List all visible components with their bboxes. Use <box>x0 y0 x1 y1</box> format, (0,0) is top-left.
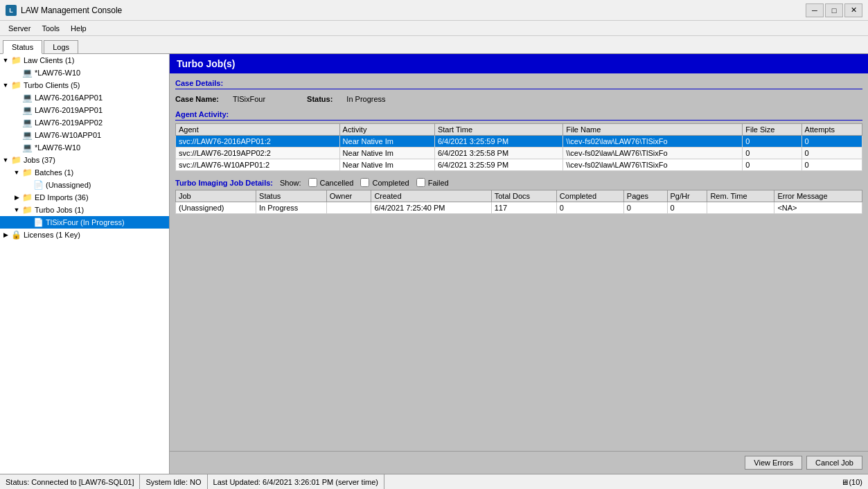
header-title: Turbo Job(s) <box>177 58 236 69</box>
view-errors-button[interactable]: View Errors <box>745 456 802 470</box>
agent-col-attempts: Attempts <box>801 124 862 136</box>
case-details-title: Case Details: <box>175 79 862 89</box>
tab-status[interactable]: Status <box>3 40 42 54</box>
tree-item-law76-w10-2[interactable]: 💻 *LAW76-W10 <box>0 141 169 154</box>
expand-icon-jobs[interactable]: ▼ <box>0 154 11 166</box>
tree-item-law-clients[interactable]: ▼ 📁 Law Clients (1) <box>0 54 169 66</box>
completed-checkbox[interactable] <box>360 178 369 187</box>
tree-label-tlsixfour: TlSixFour (In Progress) <box>46 218 125 226</box>
network-status: 🖥 (10) <box>835 474 868 489</box>
expand-icon-2019app01[interactable] <box>11 105 22 116</box>
case-name-value: TlSixFour <box>233 95 265 103</box>
tree-item-law76-w10[interactable]: 💻 *LAW76-W10 <box>0 66 169 79</box>
agent-table-row[interactable]: svc://LAW76-2016APP01:2Near Native Im6/4… <box>176 136 862 148</box>
expand-icon-w10app01[interactable] <box>11 130 22 141</box>
menu-server[interactable]: Server <box>3 23 36 34</box>
failed-checkbox[interactable] <box>416 178 425 187</box>
expand-icon-2016app01[interactable] <box>11 92 22 103</box>
item-icon-unassigned: 📄 <box>33 180 44 190</box>
cancelled-checkbox[interactable] <box>308 178 317 187</box>
tree-label-batches: Batches (1) <box>35 168 73 177</box>
agent-activity-table: Agent Activity Start Time File Name File… <box>175 123 862 171</box>
computer-icon-w10app01: 💻 <box>22 130 33 140</box>
tab-logs[interactable]: Logs <box>44 40 78 53</box>
checkbox-completed[interactable]: Completed <box>360 178 409 187</box>
tree-item-ed-imports[interactable]: ▶ 📁 ED Imports (36) <box>0 191 169 204</box>
last-updated-status: Last Updated: 6/4/2021 3:26:01 PM (serve… <box>208 474 384 489</box>
tree-item-2016app01[interactable]: 💻 LAW76-2016APP01 <box>0 91 169 104</box>
network-count: (10) <box>849 478 862 486</box>
close-button[interactable]: ✕ <box>844 3 862 17</box>
menu-bar: Server Tools Help <box>0 21 868 36</box>
expand-icon-tlsixfour[interactable] <box>22 217 33 228</box>
expand-icon-law-clients[interactable]: ▼ <box>0 55 11 66</box>
maximize-button[interactable]: □ <box>825 3 843 17</box>
job-col-header: Owner <box>326 190 371 202</box>
minimize-button[interactable]: ─ <box>806 3 824 17</box>
agent-table-row[interactable]: svc://LAW76-2019APP02:2Near Native Im6/4… <box>176 148 862 159</box>
completed-label: Completed <box>372 179 409 187</box>
tree-item-tlsixfour[interactable]: 📄 TlSixFour (In Progress) <box>0 216 169 229</box>
main-layout: ▼ 📁 Law Clients (1) 💻 *LAW76-W10 ▼ 📁 Tur… <box>0 54 868 474</box>
expand-icon-turbo-clients[interactable]: ▼ <box>0 80 11 91</box>
expand-icon-law76-w10[interactable] <box>11 67 22 78</box>
tree-item-2019app02[interactable]: 💻 LAW76-2019APP02 <box>0 116 169 129</box>
tree-item-licenses[interactable]: ▶ 🔒 Licenses (1 Key) <box>0 229 169 241</box>
cancel-job-button[interactable]: Cancel Job <box>806 456 862 470</box>
tree-label-licenses: Licenses (1 Key) <box>24 231 80 239</box>
computer-icon-law76-w10: 💻 <box>22 68 33 78</box>
job-col-header: Error Message <box>774 190 862 202</box>
tree-label-w10app01: LAW76-W10APP01 <box>35 131 101 139</box>
tree-item-jobs[interactable]: ▼ 📁 Jobs (37) <box>0 154 169 166</box>
checkbox-failed[interactable]: Failed <box>416 178 449 187</box>
job-col-header: Rem. Time <box>707 190 774 202</box>
content-area: Case Details: Case Name: TlSixFour Statu… <box>170 73 868 451</box>
menu-help[interactable]: Help <box>65 23 92 34</box>
tree-label-2016app01: LAW76-2016APP01 <box>35 94 103 102</box>
show-label: Show: <box>280 179 301 187</box>
bottom-bar: View Errors Cancel Job <box>170 451 868 474</box>
case-details-row: Case Name: TlSixFour Status: In Progress <box>175 92 862 106</box>
tree-item-w10app01[interactable]: 💻 LAW76-W10APP01 <box>0 129 169 141</box>
tree-label-2019app02: LAW76-2019APP02 <box>35 118 103 127</box>
case-details-section: Case Details: Case Name: TlSixFour Statu… <box>175 79 862 106</box>
job-col-header: Total Docs <box>491 190 556 202</box>
tree-item-turbo-clients[interactable]: ▼ 📁 Turbo Clients (5) <box>0 79 169 91</box>
cancelled-label: Cancelled <box>320 179 354 187</box>
checkbox-cancelled[interactable]: Cancelled <box>308 178 354 187</box>
tree-label-turbo-jobs: Turbo Jobs (1) <box>35 206 84 214</box>
expand-icon-unassigned[interactable] <box>22 179 33 190</box>
menu-tools[interactable]: Tools <box>36 23 65 34</box>
expand-icon-ed-imports[interactable]: ▶ <box>11 192 22 203</box>
expand-icon-law76-w10-2[interactable] <box>11 142 22 153</box>
system-idle-status: System Idle: NO <box>140 474 207 489</box>
tree-item-2019app01[interactable]: 💻 LAW76-2019APP01 <box>0 104 169 116</box>
expand-icon-2019app02[interactable] <box>11 117 22 128</box>
agent-col-agent: Agent <box>176 124 340 136</box>
agent-table-row[interactable]: svc://LAW76-W10APP01:2Near Native Im6/4/… <box>176 159 862 171</box>
folder-icon-ed-imports: 📁 <box>22 193 33 202</box>
status-bar: Status: Connected to [LAW76-SQL01] Syste… <box>0 474 868 489</box>
app-icon: L <box>6 5 17 16</box>
folder-icon-turbo-jobs: 📁 <box>22 205 33 215</box>
lock-icon-licenses: 🔒 <box>11 230 21 240</box>
expand-icon-batches[interactable]: ▼ <box>11 167 22 178</box>
turbo-imaging-title: Turbo Imaging Job Details: <box>175 179 273 187</box>
tree-item-turbo-jobs[interactable]: ▼ 📁 Turbo Jobs (1) <box>0 204 169 216</box>
expand-icon-licenses[interactable]: ▶ <box>0 229 11 240</box>
job-col-header: Pages <box>623 190 667 202</box>
job-col-header: Pg/Hr <box>667 190 707 202</box>
tree-item-batches[interactable]: ▼ 📁 Batches (1) <box>0 166 169 179</box>
agent-col-filesize: File Size <box>743 124 801 136</box>
job-col-header: Created <box>371 190 491 202</box>
status-value: In Progress <box>346 95 385 103</box>
job-details-table: JobStatusOwnerCreatedTotal DocsCompleted… <box>175 190 862 214</box>
job-col-header: Status <box>256 190 327 202</box>
folder-icon-law-clients: 📁 <box>11 55 21 65</box>
job-table-row[interactable]: (Unassigned)In Progress6/4/2021 7:25:40 … <box>176 202 862 214</box>
tree-label-unassigned: (Unassigned) <box>46 181 91 189</box>
agent-col-starttime: Start Time <box>434 124 563 136</box>
expand-icon-turbo-jobs[interactable]: ▼ <box>11 204 22 215</box>
tree-item-unassigned[interactable]: 📄 (Unassigned) <box>0 179 169 191</box>
folder-icon-batches: 📁 <box>22 168 33 177</box>
